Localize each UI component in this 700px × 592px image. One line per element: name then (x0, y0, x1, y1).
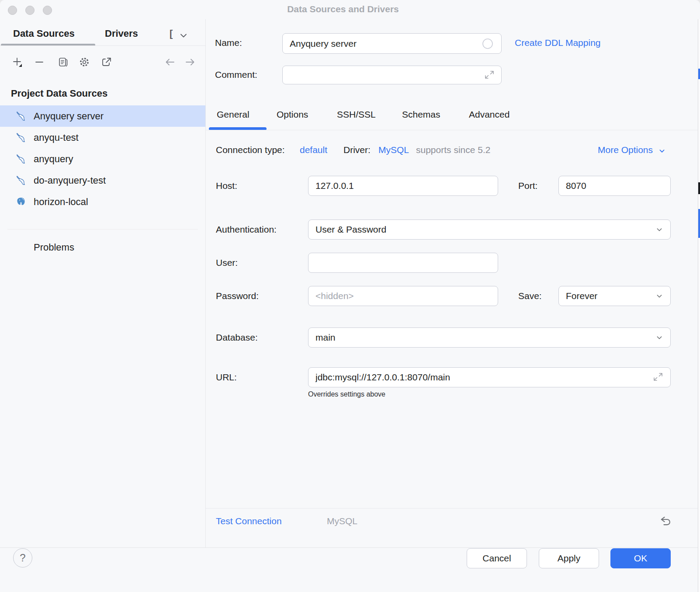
background-window-sliver (698, 209, 700, 238)
duplicate-button[interactable] (57, 56, 69, 68)
url-caption: Overrides settings above (308, 390, 385, 398)
footer-divider (206, 508, 700, 508)
forward-button[interactable] (184, 56, 196, 68)
sidebar-list-divider (7, 229, 198, 230)
undo-icon (659, 514, 673, 528)
chevron-down-icon (655, 333, 664, 342)
database-select[interactable]: main (308, 327, 671, 348)
url-label: URL: (216, 372, 237, 383)
save-select[interactable]: Forever (558, 286, 671, 306)
window-title: Data Sources and Drivers (0, 4, 686, 14)
save-label: Save: (518, 291, 542, 301)
sidebar-divider (205, 19, 206, 547)
tab-schemas[interactable]: Schemas (402, 109, 440, 120)
footer-driver-name: MySQL (327, 516, 357, 526)
export-button[interactable] (101, 56, 112, 68)
driver-value-link[interactable]: MySQL (378, 145, 409, 155)
mysql-icon (15, 132, 27, 143)
add-data-source-button[interactable] (12, 56, 23, 68)
data-source-item[interactable]: anyquery (0, 148, 205, 170)
tab-advanced[interactable]: Advanced (469, 109, 509, 120)
database-value: main (315, 332, 336, 343)
gear-icon (79, 56, 90, 68)
create-ddl-mapping-link[interactable]: Create DDL Mapping (515, 38, 601, 48)
data-source-label: anyquery (34, 153, 73, 165)
back-button[interactable] (164, 56, 176, 68)
data-source-item[interactable]: Anyquery server (0, 105, 205, 127)
main-tabs-hairline (205, 130, 700, 130)
tab-drivers[interactable]: Drivers (105, 28, 138, 39)
cancel-button[interactable]: Cancel (467, 548, 527, 568)
help-icon: ? (20, 552, 25, 564)
data-source-label: anyqu-test (34, 132, 79, 143)
expand-icon[interactable] (652, 371, 664, 383)
background-window-sliver (698, 69, 700, 79)
authentication-select[interactable]: User & Password (308, 219, 671, 240)
data-source-label: Anyquery server (34, 111, 104, 122)
save-value: Forever (566, 291, 597, 301)
database-label: Database: (216, 332, 258, 343)
expand-icon[interactable] (483, 69, 496, 81)
postgres-icon (15, 196, 27, 208)
port-input[interactable] (558, 176, 671, 196)
help-button[interactable]: ? (13, 548, 32, 568)
background-window-sliver (698, 19, 700, 592)
data-source-label: horizon-local (34, 196, 88, 208)
mysql-icon (15, 175, 27, 186)
tab-ddl-mappings-truncated[interactable]: [ (170, 28, 173, 39)
sidebar-section-header: Project Data Sources (11, 88, 107, 99)
host-input[interactable] (308, 176, 498, 196)
data-source-item[interactable]: do-anyquery-test (0, 170, 205, 191)
password-input[interactable] (308, 286, 498, 306)
tab-data-sources[interactable]: Data Sources (13, 28, 75, 39)
url-input[interactable] (308, 367, 671, 387)
back-arrow-icon (164, 56, 176, 68)
mysql-icon (15, 111, 27, 122)
apply-button[interactable]: Apply (539, 548, 599, 568)
chevron-down-icon (655, 225, 664, 234)
port-label: Port: (518, 181, 537, 191)
driver-note: supports since 5.2 (416, 145, 490, 155)
titlebar: Data Sources and Drivers (0, 0, 700, 19)
copy-icon (57, 56, 69, 68)
password-label: Password: (216, 291, 259, 301)
data-source-item[interactable]: anyqu-test (0, 127, 205, 148)
bottom-bar-divider (0, 547, 700, 548)
chevron-down-icon[interactable] (657, 146, 667, 156)
chevron-down-icon[interactable] (178, 30, 189, 41)
comment-input[interactable] (282, 66, 502, 84)
chevron-down-icon (655, 291, 664, 301)
data-sources-dialog: Data Sources and Drivers Data Sources Dr… (0, 0, 700, 592)
name-spinner-circle-icon (482, 38, 494, 50)
host-label: Host: (216, 181, 237, 191)
forward-arrow-icon (184, 56, 196, 68)
plus-icon (19, 64, 22, 67)
user-input[interactable] (308, 253, 498, 273)
tab-options[interactable]: Options (277, 109, 308, 120)
data-source-label: do-anyquery-test (34, 175, 106, 186)
background-window-sliver (698, 182, 700, 194)
ok-button[interactable]: OK (610, 548, 671, 568)
connection-type-value[interactable]: default (300, 145, 327, 155)
sidebar-item-problems[interactable]: Problems (34, 242, 74, 253)
sidebar-tabs-hairline (0, 45, 205, 46)
authentication-value: User & Password (315, 224, 386, 235)
name-label: Name: (215, 38, 242, 48)
user-label: User: (216, 258, 238, 268)
data-source-item[interactable]: horizon-local (0, 191, 205, 212)
connection-type-label: Connection type: (216, 145, 285, 155)
tab-general[interactable]: General (217, 109, 250, 120)
settings-button[interactable] (79, 56, 90, 68)
tab-ssh-ssl[interactable]: SSH/SSL (337, 109, 376, 120)
test-connection-link[interactable]: Test Connection (216, 516, 282, 526)
revert-button[interactable] (659, 514, 673, 528)
driver-label: Driver: (343, 145, 371, 155)
name-input[interactable] (282, 33, 502, 54)
authentication-label: Authentication: (216, 224, 277, 235)
more-options-link[interactable]: More Options (598, 145, 653, 155)
remove-data-source-button[interactable] (34, 56, 45, 68)
comment-label: Comment: (215, 70, 257, 80)
mysql-icon (15, 153, 27, 165)
export-icon (101, 56, 112, 68)
